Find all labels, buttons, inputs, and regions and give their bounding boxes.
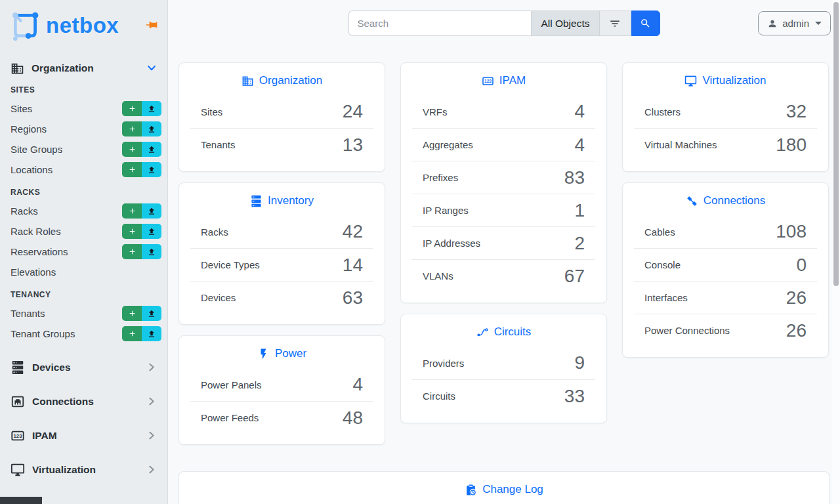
stat-label[interactable]: Circuits: [423, 390, 455, 402]
stat-label[interactable]: IP Ranges: [423, 205, 469, 216]
stat-value[interactable]: 26: [786, 287, 807, 308]
stat-value[interactable]: 1: [574, 200, 585, 221]
import-button[interactable]: [142, 326, 161, 341]
card-title-link[interactable]: Organization: [179, 63, 385, 95]
stat-row: Device Types 14: [190, 248, 373, 281]
stat-label[interactable]: Interfaces: [644, 292, 688, 303]
card-inventory: Inventory Racks 42 Device Types 14 Devic…: [178, 182, 385, 325]
stat-value[interactable]: 0: [796, 255, 807, 276]
stat-label[interactable]: Clusters: [644, 106, 681, 117]
stat-value[interactable]: 26: [786, 320, 807, 341]
add-button[interactable]: [122, 162, 142, 177]
add-button[interactable]: [122, 326, 142, 341]
stat-value[interactable]: 83: [564, 167, 585, 188]
stat-label[interactable]: VRFs: [423, 106, 448, 117]
add-button[interactable]: [122, 203, 142, 219]
add-button[interactable]: [122, 244, 142, 259]
search-button[interactable]: [631, 10, 660, 36]
stat-value[interactable]: 4: [574, 101, 585, 122]
stat-value[interactable]: 48: [343, 408, 363, 429]
stat-value[interactable]: 63: [343, 287, 363, 308]
card-title-link[interactable]: Virtualization: [623, 63, 828, 95]
stat-label[interactable]: Power Connections: [644, 325, 730, 336]
stat-value[interactable]: 4: [352, 374, 363, 395]
sidebar-link[interactable]: Racks: [10, 205, 38, 217]
import-button[interactable]: [142, 142, 161, 157]
sidebar-link[interactable]: Locations: [10, 164, 52, 175]
sidebar-link[interactable]: Site Groups: [10, 144, 62, 155]
netbox-logo[interactable]: netbox: [9, 9, 119, 41]
stat-label[interactable]: Power Panels: [201, 379, 262, 390]
sidebar-menu-ipam[interactable]: IPAM: [0, 419, 167, 453]
transit-connection-icon: [476, 326, 489, 339]
stat-label[interactable]: Virtual Machines: [644, 139, 717, 150]
clipboard-clock-icon: [465, 484, 477, 496]
sidebar-link[interactable]: Tenants: [10, 308, 45, 319]
stat-value[interactable]: 108: [776, 221, 807, 242]
card-title-link[interactable]: Power: [179, 336, 385, 368]
import-button[interactable]: [142, 224, 161, 239]
stat-label[interactable]: Racks: [201, 226, 228, 238]
stat-label[interactable]: Cables: [644, 226, 675, 238]
filter-button[interactable]: [599, 10, 631, 36]
stat-label[interactable]: Power Feeds: [201, 412, 259, 423]
card-title-link[interactable]: Change Log: [179, 472, 829, 504]
stat-label[interactable]: Sites: [201, 106, 222, 117]
card-organization: Organization Sites 24 Tenants 13: [178, 62, 385, 172]
import-button[interactable]: [142, 306, 161, 321]
add-button[interactable]: [122, 306, 142, 321]
stat-label[interactable]: Devices: [201, 292, 236, 303]
stat-label[interactable]: Prefixes: [423, 172, 458, 183]
import-button[interactable]: [142, 244, 161, 259]
import-button[interactable]: [142, 162, 161, 177]
card-title-link[interactable]: IPAM: [401, 63, 606, 95]
stat-value[interactable]: 14: [343, 255, 363, 276]
stat-value[interactable]: 24: [343, 101, 363, 122]
stat-value[interactable]: 32: [786, 101, 807, 122]
stat-value[interactable]: 13: [343, 135, 363, 156]
scrollbar-thumb[interactable]: [833, 2, 839, 286]
stat-label[interactable]: Aggregates: [423, 139, 473, 150]
add-button[interactable]: [122, 121, 142, 136]
pin-sidebar-icon[interactable]: [145, 18, 158, 32]
stat-label[interactable]: Console: [644, 259, 681, 270]
sidebar-link[interactable]: Rack Roles: [10, 226, 61, 237]
stat-label[interactable]: Device Types: [201, 259, 260, 270]
sidebar-menu-devices[interactable]: Devices: [0, 350, 167, 385]
stat-value[interactable]: 4: [574, 135, 585, 156]
sidebar-link[interactable]: Regions: [10, 123, 47, 135]
stat-label[interactable]: Tenants: [201, 139, 236, 150]
sidebar-link[interactable]: Reservations: [10, 246, 68, 257]
import-button[interactable]: [142, 203, 161, 219]
caret-down-icon: [815, 22, 822, 25]
stat-value[interactable]: 2: [574, 233, 585, 254]
add-button[interactable]: [122, 224, 142, 239]
sidebar: netbox Organization SITES Sites Regions: [0, 0, 168, 504]
add-button[interactable]: [122, 101, 142, 116]
search-input[interactable]: [348, 10, 532, 36]
stat-value[interactable]: 180: [776, 135, 807, 156]
stat-value[interactable]: 67: [564, 266, 585, 287]
sidebar-link[interactable]: Elevations: [10, 266, 56, 278]
import-button[interactable]: [142, 121, 161, 136]
stat-label[interactable]: IP Addresses: [423, 238, 480, 249]
search-scope-dropdown[interactable]: All Objects: [531, 10, 598, 36]
sidebar-menu-organization[interactable]: Organization: [0, 59, 167, 77]
stat-label[interactable]: Providers: [423, 358, 464, 369]
stat-row: Providers 9: [412, 346, 595, 379]
add-button[interactable]: [122, 142, 142, 157]
card-title-link[interactable]: Circuits: [401, 314, 606, 346]
card-title-link[interactable]: Connections: [623, 183, 828, 215]
card-title-link[interactable]: Inventory: [179, 183, 385, 215]
page-scrollbar[interactable]: [832, 0, 840, 504]
sidebar-link[interactable]: Tenant Groups: [10, 328, 75, 339]
user-menu-button[interactable]: admin: [758, 11, 831, 35]
sidebar-menu-connections[interactable]: Connections: [0, 385, 167, 419]
stat-value[interactable]: 33: [564, 386, 585, 407]
import-button[interactable]: [142, 101, 161, 116]
stat-value[interactable]: 9: [574, 352, 585, 373]
stat-value[interactable]: 42: [343, 221, 363, 242]
sidebar-menu-virtualization[interactable]: Virtualization: [0, 453, 167, 487]
sidebar-link[interactable]: Sites: [10, 103, 32, 114]
stat-label[interactable]: VLANs: [423, 270, 453, 282]
